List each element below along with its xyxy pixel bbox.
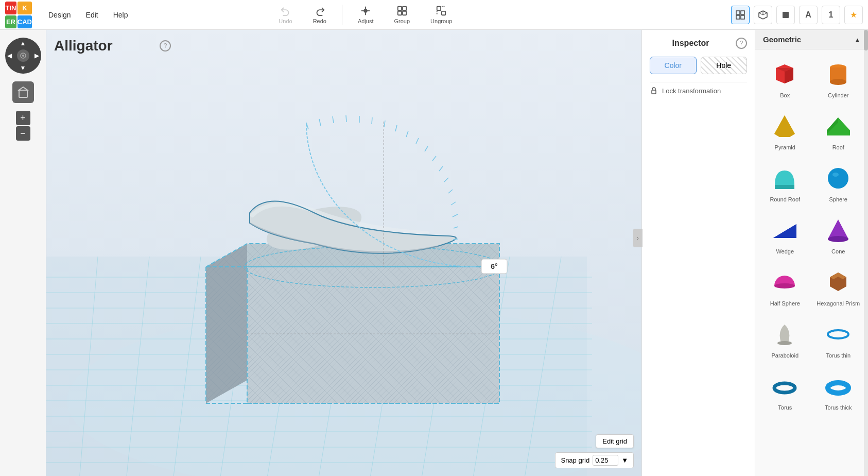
hole-button[interactable]: Hole (701, 57, 748, 74)
svg-rect-6 (403, 11, 406, 15)
svg-point-93 (830, 79, 846, 85)
svg-line-81 (453, 239, 458, 240)
text-tool-button[interactable]: A (799, 6, 818, 24)
shape-wedge[interactable]: Wedge (760, 211, 810, 259)
nav-up-arrow[interactable]: ▲ (20, 40, 26, 47)
shapes-scrollbar[interactable] (864, 30, 868, 476)
color-button[interactable]: Color (650, 57, 697, 74)
svg-rect-5 (398, 11, 402, 15)
svg-marker-55 (247, 267, 499, 403)
shape-hex-prism[interactable]: Hexagonal Prism (814, 263, 863, 311)
shape-pyramid[interactable]: Pyramid (760, 107, 810, 155)
shape-paraboloid[interactable]: Paraboloid (760, 315, 810, 363)
ungroup-button[interactable]: Ungroup (425, 3, 457, 26)
shape-torus-thick-label: Torus thick (825, 404, 852, 411)
svg-point-99 (828, 168, 848, 189)
shape-torus-thick[interactable]: Torus thick (814, 367, 863, 415)
shape-box[interactable]: Box (760, 55, 810, 103)
nav-left-arrow[interactable]: ◀ (7, 52, 12, 59)
svg-marker-95 (774, 115, 795, 137)
nav-control[interactable]: ▲ ▼ ◀ ▶ (5, 38, 41, 74)
svg-line-64 (319, 119, 321, 126)
toolbar-right: A 1 ★ (731, 6, 863, 24)
shape-wedge-label: Wedge (776, 248, 794, 254)
panel-collapse-arrow[interactable]: › (633, 229, 643, 247)
adjust-button[interactable]: Adjust (353, 3, 379, 26)
grid-view-button[interactable] (731, 6, 750, 24)
inspector-help-button[interactable]: ? (736, 38, 747, 49)
shape-paraboloid-label: Paraboloid (771, 352, 798, 359)
topbar: TIN K ER CAD Design Edit Help Undo Redo … (0, 0, 868, 30)
box-view-button[interactable] (776, 6, 795, 24)
snap-grid-dropdown-icon[interactable]: ▼ (621, 456, 628, 464)
svg-line-76 (444, 178, 448, 182)
menu-design[interactable]: Design (42, 8, 77, 22)
svg-rect-98 (775, 185, 794, 189)
zoom-in-button[interactable]: + (16, 111, 30, 125)
svg-point-111 (828, 383, 848, 393)
redo-button[interactable]: Redo (308, 3, 332, 26)
menu-help[interactable]: Help (107, 8, 134, 22)
shape-pyramid-label: Pyramid (775, 144, 795, 150)
svg-marker-102 (773, 224, 796, 238)
svg-point-104 (828, 236, 848, 242)
shapes-header-title: Geometric (763, 35, 801, 44)
edit-grid-button[interactable]: Edit grid (596, 434, 634, 448)
cube-view-button[interactable] (754, 6, 772, 24)
main-area: ▲ ▼ ◀ ▶ + − Alligator ? (0, 30, 868, 476)
svg-line-72 (416, 138, 419, 144)
shape-half-sphere-label: Half Sphere (770, 300, 800, 307)
inspector-title: Inspector (650, 39, 732, 48)
viewport[interactable]: Alligator ? (46, 30, 641, 476)
number-tool-button[interactable]: 1 (822, 6, 840, 24)
shape-round-roof-label: Round Roof (770, 196, 800, 202)
shape-roof[interactable]: Roof (814, 107, 863, 155)
shape-torus-icon (770, 371, 801, 402)
shape-sphere-icon (823, 163, 854, 194)
snap-grid-input[interactable] (593, 455, 618, 466)
home-button[interactable] (12, 81, 34, 103)
star-button[interactable]: ★ (844, 6, 863, 24)
shapes-panel: Geometric ▲ Box Cylinder (755, 30, 868, 476)
svg-line-77 (448, 190, 453, 193)
undo-button[interactable]: Undo (273, 3, 297, 26)
menu-bar: Design Edit Help (42, 8, 134, 22)
shape-half-sphere-icon (770, 267, 801, 298)
svg-point-109 (828, 330, 848, 338)
shape-torus[interactable]: Torus (760, 367, 810, 415)
svg-point-21 (22, 55, 24, 57)
svg-rect-7 (437, 7, 441, 10)
group-button[interactable]: Group (389, 3, 415, 26)
shape-torus-thin[interactable]: Torus thin (814, 315, 863, 363)
nav-center-button[interactable] (17, 49, 29, 62)
shapes-collapse-icon[interactable]: ▲ (855, 37, 860, 43)
zoom-out-button[interactable]: − (16, 126, 30, 141)
shape-round-roof[interactable]: Round Roof (760, 159, 810, 207)
nav-down-arrow[interactable]: ▼ (20, 64, 26, 72)
shape-roof-icon (823, 111, 854, 142)
svg-line-18 (763, 13, 767, 15)
shape-cylinder[interactable]: Cylinder (814, 55, 863, 103)
svg-rect-12 (741, 11, 744, 14)
svg-line-65 (333, 116, 334, 123)
shape-torus-thin-icon (823, 319, 854, 350)
menu-edit[interactable]: Edit (80, 8, 105, 22)
shape-hex-prism-icon (823, 267, 854, 298)
svg-point-108 (777, 341, 792, 345)
logo[interactable]: TIN K ER CAD (5, 2, 32, 28)
svg-rect-11 (736, 11, 740, 14)
shape-half-sphere[interactable]: Half Sphere (760, 263, 810, 311)
svg-line-78 (451, 202, 456, 205)
logo-tr: K (18, 2, 32, 14)
bottom-controls: Edit grid Snap grid ▼ (555, 434, 634, 468)
nav-right-arrow[interactable]: ▶ (34, 52, 39, 59)
shape-cone[interactable]: Cone (814, 211, 863, 259)
shape-box-label: Box (780, 92, 790, 98)
lock-icon (650, 87, 658, 95)
toolbar-center: Undo Redo Adjust Group Ungroup (273, 3, 457, 26)
shape-sphere[interactable]: Sphere (814, 159, 863, 207)
shape-torus-thin-label: Torus thin (826, 352, 850, 359)
svg-line-66 (346, 115, 346, 122)
shape-sphere-label: Sphere (829, 196, 847, 202)
svg-rect-4 (403, 7, 406, 10)
